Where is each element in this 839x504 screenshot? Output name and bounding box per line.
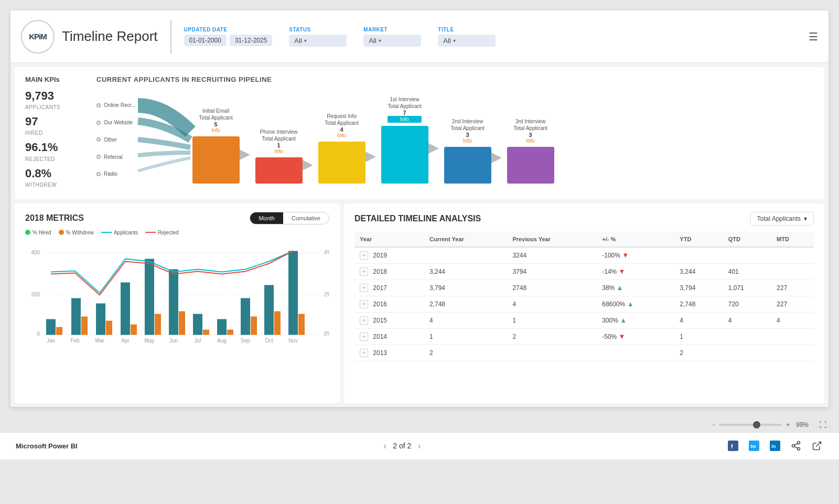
table-row[interactable]: + 2018 3,244 3794 -14% ▼ 3,244 401 [354, 263, 814, 280]
bar-orange-oct[interactable] [274, 311, 281, 335]
stage-bar-phone-interview[interactable] [255, 157, 303, 184]
stage-bar-1st-interview[interactable] [381, 126, 428, 184]
bar-teal-nov[interactable] [288, 251, 298, 335]
svg-text:Jan: Jan [47, 337, 55, 343]
kpis-panel: MAIN KPIs 9,793 APPLICANTS 97 HIRED 96.1… [25, 76, 88, 191]
bar-orange-apr[interactable] [131, 324, 137, 335]
date-from[interactable]: 01-01-2000 [184, 35, 227, 46]
menu-icon[interactable]: ☰ [809, 30, 818, 43]
bar-orange-jul[interactable] [203, 329, 209, 335]
bar-teal-jul[interactable] [193, 314, 202, 335]
table-row[interactable]: + 2015 4 1 300% ▲ 4 4 4 [354, 312, 814, 328]
external-link-icon[interactable] [811, 439, 823, 452]
bar-orange-mar[interactable] [106, 320, 112, 335]
svg-text:400: 400 [31, 249, 40, 255]
stage-3rd-interview: 3rd Interview Total Applicant 3 Info [507, 118, 554, 184]
logo-area: KPiM Timeline Report [21, 20, 171, 53]
date-to[interactable]: 31-12-2025 [230, 35, 272, 46]
col-pct: +/- % [597, 232, 674, 247]
expand-btn[interactable]: + [360, 284, 368, 292]
bar-teal-may[interactable] [145, 259, 154, 335]
market-select[interactable]: All ▾ [363, 35, 421, 47]
title-select[interactable]: All ▾ [438, 35, 496, 47]
table-row[interactable]: + 2014 1 2 -50% ▼ 1 [354, 328, 814, 345]
expand-btn[interactable]: + [360, 300, 368, 308]
filter-market: MARKET All ▾ [363, 27, 421, 47]
stage-bar-initial-email[interactable] [192, 136, 240, 184]
connector-5 [491, 150, 507, 166]
twitter-icon[interactable]: tw [748, 439, 760, 452]
table-row[interactable]: + 2017 3,794 2748 38% ▲ 3,794 1,071 227 [354, 280, 814, 296]
bar-teal-apr[interactable] [121, 282, 130, 335]
table-row[interactable]: + 2016 2,748 4 68600% ▲ 2,748 720 227 [354, 296, 814, 312]
stage-bar-request-info[interactable] [318, 142, 365, 184]
pipeline-diagram: Online Recr... Our Website Other Referra… [96, 89, 814, 191]
expand-btn[interactable]: + [360, 251, 368, 260]
footer: Microsoft Power BI ‹ 2 of 2 › f tw in [0, 432, 839, 459]
filter-title: TITLE All ▾ [438, 27, 496, 47]
linkedin-icon[interactable]: in [769, 439, 781, 452]
bar-teal-feb[interactable] [71, 298, 81, 335]
bar-orange-feb[interactable] [81, 316, 88, 335]
expand-btn[interactable]: + [360, 349, 368, 357]
svg-marker-0 [240, 149, 250, 160]
zoom-thumb[interactable] [753, 421, 760, 428]
kpis-title: MAIN KPIs [25, 76, 88, 83]
bar-teal-mar[interactable] [96, 303, 105, 335]
bar-orange-nov[interactable] [298, 314, 305, 335]
metrics-panel: 2018 METRICS Month Cumulative % Hired % … [15, 203, 340, 403]
stage-phone-interview: Phone Interview Total Applicant 1 Info [255, 128, 303, 184]
stage-bar-2nd-interview[interactable] [444, 147, 491, 184]
status-select[interactable]: All ▾ [289, 35, 347, 47]
bar-teal-aug[interactable] [217, 319, 227, 335]
table-row[interactable]: + 2013 2 2 [354, 345, 814, 361]
expand-btn[interactable]: + [360, 333, 368, 341]
svg-text:Jul: Jul [195, 337, 201, 343]
bar-orange-sep[interactable] [251, 316, 257, 335]
connector-4 [428, 141, 444, 156]
status-arrow-icon: ▾ [304, 38, 307, 44]
timeline-dropdown[interactable]: Total Applicants ▾ [750, 212, 814, 226]
zoom-minus[interactable]: - [713, 421, 715, 428]
col-year: Year [354, 232, 424, 247]
footer-pagination: ‹ 2 of 2 › [383, 441, 421, 452]
share-icon[interactable] [790, 439, 802, 452]
col-qtd: QTD [723, 232, 771, 247]
connector-3 [365, 149, 381, 165]
trend-down-icon: ▼ [619, 267, 626, 275]
toggle-cumulative[interactable]: Cumulative [283, 212, 329, 224]
source-online: Online Recr... [96, 102, 136, 108]
bar-teal-jun[interactable] [169, 269, 178, 335]
source-other: Other [96, 137, 136, 143]
bar-orange-jun[interactable] [179, 311, 185, 335]
hired-label: HIRED [25, 130, 88, 136]
facebook-icon[interactable]: f [727, 439, 739, 452]
svg-line-35 [794, 444, 798, 445]
toggle-month[interactable]: Month [250, 212, 283, 224]
bar-teal-oct[interactable] [264, 285, 274, 335]
bar-orange-jan[interactable] [56, 327, 62, 335]
expand-btn[interactable]: + [360, 267, 368, 276]
svg-marker-1 [303, 160, 313, 170]
svg-text:0: 0 [37, 330, 40, 336]
bar-orange-aug[interactable] [227, 329, 233, 335]
bar-teal-jan[interactable] [46, 319, 56, 335]
next-page-button[interactable]: › [417, 441, 421, 452]
prev-page-button[interactable]: ‹ [383, 441, 386, 452]
expand-btn[interactable]: + [360, 316, 368, 325]
svg-text:Mar: Mar [95, 337, 104, 343]
svg-line-36 [816, 442, 821, 447]
zoom-plus[interactable]: + [786, 421, 790, 428]
trend-down-icon: ▼ [622, 251, 629, 259]
bar-orange-may[interactable] [155, 314, 161, 335]
fullscreen-icon[interactable]: ⛶ [819, 421, 826, 429]
table-row[interactable]: + 2019 3244 -100% ▼ [354, 247, 814, 264]
zoom-slider[interactable] [719, 424, 782, 426]
applicants-label: APPLICANTS [25, 104, 88, 110]
stage-bar-3rd-interview[interactable] [507, 147, 554, 184]
footer-social: f tw in [727, 439, 823, 452]
chart-legend: % Hired % Withdrew Applicants Rejected [25, 230, 329, 235]
svg-text:in: in [771, 444, 776, 449]
stage-initial-email: Initial Email Total Applicant 5 Info [192, 108, 240, 184]
bar-teal-sep[interactable] [241, 298, 250, 335]
